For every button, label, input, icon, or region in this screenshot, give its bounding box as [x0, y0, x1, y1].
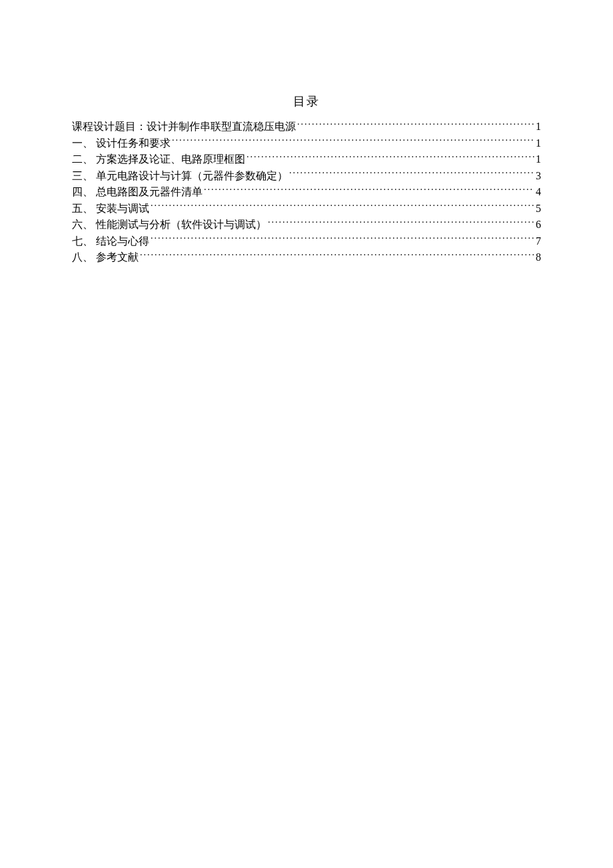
- toc-entry-page: 1: [536, 135, 541, 152]
- toc-leader-dots: [172, 136, 534, 147]
- table-of-contents: 课程设计题目：设计并制作串联型直流稳压电源 1 一、 设计任务和要求 1 二、 …: [72, 119, 541, 266]
- toc-entry: 课程设计题目：设计并制作串联型直流稳压电源 1: [72, 119, 541, 135]
- toc-entry-page: 4: [536, 184, 541, 201]
- toc-entry-label: 八、 参考文献: [72, 249, 139, 266]
- toc-entry-page: 1: [536, 151, 541, 168]
- toc-entry: 一、 设计任务和要求 1: [72, 135, 541, 152]
- toc-leader-dots: [289, 169, 534, 179]
- toc-entry-page: 3: [536, 168, 541, 185]
- toc-entry-label: 七、 结论与心得: [72, 233, 149, 250]
- toc-leader-dots: [204, 185, 534, 195]
- toc-entry-label: 五、 安装与调试: [72, 201, 149, 217]
- toc-leader-dots: [151, 234, 534, 245]
- toc-leader-dots: [268, 217, 534, 228]
- toc-entry-label: 四、 总电路图及元器件清单: [72, 184, 203, 201]
- toc-entry-page: 5: [536, 201, 541, 217]
- toc-leader-dots: [297, 119, 534, 130]
- toc-entry: 三、 单元电路设计与计算（元器件参数确定） 3: [72, 168, 541, 185]
- toc-entry-page: 1: [536, 119, 541, 135]
- toc-entry-page: 8: [536, 249, 541, 266]
- toc-entry-page: 6: [536, 217, 541, 233]
- toc-entry: 四、 总电路图及元器件清单 4: [72, 184, 541, 201]
- toc-entry: 七、 结论与心得 7: [72, 233, 541, 250]
- toc-entry: 八、 参考文献 8: [72, 249, 541, 266]
- toc-entry-label: 课程设计题目：设计并制作串联型直流稳压电源: [72, 119, 296, 135]
- toc-entry-label: 六、 性能测试与分析（软件设计与调试）: [72, 217, 267, 233]
- toc-title: 目录: [72, 93, 541, 109]
- toc-entry: 六、 性能测试与分析（软件设计与调试） 6: [72, 217, 541, 233]
- toc-entry-label: 三、 单元电路设计与计算（元器件参数确定）: [72, 168, 288, 185]
- toc-leader-dots: [247, 152, 534, 163]
- toc-entry-label: 一、 设计任务和要求: [72, 135, 171, 152]
- toc-entry-page: 7: [536, 233, 541, 250]
- toc-entry-label: 二、 方案选择及论证、电路原理框图: [72, 151, 245, 168]
- toc-entry: 五、 安装与调试 5: [72, 201, 541, 217]
- toc-leader-dots: [140, 250, 534, 261]
- toc-entry: 二、 方案选择及论证、电路原理框图 1: [72, 151, 541, 168]
- toc-leader-dots: [151, 201, 534, 212]
